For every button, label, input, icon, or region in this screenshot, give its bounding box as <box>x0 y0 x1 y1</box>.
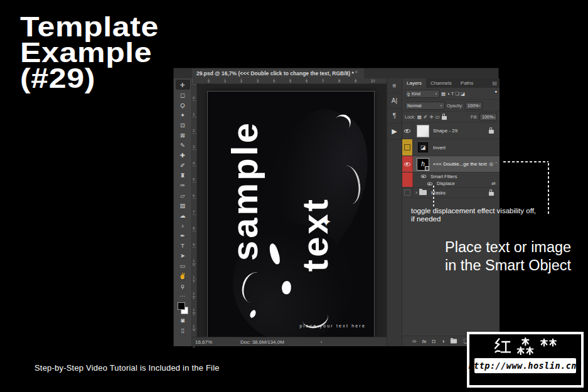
filter-shape-layers-icon[interactable]: ❏ <box>455 91 459 97</box>
foreground-color-swatch[interactable] <box>178 302 185 310</box>
zoom-level-field[interactable]: 16,67% <box>195 339 225 345</box>
properties-panel-icon[interactable]: ≡ <box>387 78 402 93</box>
adjustment-layer-icon[interactable]: ◑ <box>441 338 444 344</box>
add-mask-icon[interactable]: ◘ <box>432 338 436 344</box>
lock-icon <box>489 130 494 134</box>
tab-channels[interactable]: Channels <box>426 78 456 88</box>
collapse-effects-icon[interactable]: ˆ <box>495 161 497 167</box>
toolbar: ✛ ◻ Ϙ ✦ ⊡ ⊠ ✎ ✚ ✐ ♜ ✑ ▱ ▨ ☁ ♁ ✒ T ➤ ▭ ✌ … <box>174 78 192 346</box>
character-panel-icon[interactable]: A| <box>387 93 402 109</box>
more-tools-button[interactable]: ⋯ <box>176 290 190 300</box>
group-name: Masks <box>431 190 489 196</box>
eyedropper-tool[interactable]: ✎ <box>176 140 190 150</box>
move-tool[interactable]: ✛ <box>176 80 190 90</box>
blend-mode-dropdown[interactable]: Normal ∨ <box>405 102 445 110</box>
paragraph-panel-icon[interactable]: ¶ <box>387 109 402 124</box>
hero-title-line1: Template <box>20 14 159 40</box>
lock-paint-icon[interactable]: ✐ <box>424 114 427 120</box>
poster-placeholder-text: place your text here <box>300 324 366 328</box>
screen-mode-button[interactable]: ▯ <box>176 325 190 335</box>
rectangle-tool[interactable]: ▭ <box>176 260 190 270</box>
canvas-viewport[interactable]: sample text ✦ place your text here <box>197 84 387 337</box>
lock-transparency-icon[interactable]: ▦ <box>417 114 422 120</box>
filter-toggle-icon[interactable]: ● <box>494 90 497 93</box>
brand-char-hong <box>493 337 511 355</box>
path-selection-tool[interactable]: ➤ <box>176 250 190 260</box>
visibility-eye-icon[interactable] <box>427 182 433 185</box>
status-expand-arrow-icon[interactable]: › <box>321 339 323 345</box>
rectangular-marquee-tool[interactable]: ◻ <box>176 90 190 100</box>
smart-filter-circle-icon[interactable]: ◎ <box>489 161 493 167</box>
quick-selection-tool[interactable]: ✦ <box>176 110 190 120</box>
filter-type-layers-icon[interactable]: T <box>451 91 454 97</box>
layer-thumbnail[interactable] <box>417 125 429 137</box>
filter-adjustment-layers-icon[interactable]: ◑ <box>447 91 450 97</box>
expand-panels-icon[interactable]: ▶ <box>387 124 402 140</box>
pen-tool[interactable]: ✒ <box>176 230 190 240</box>
callout-dashed-line-horizontal <box>503 161 548 162</box>
collapsed-panels-strip: ≡ A| ¶ ▶ <box>387 78 402 346</box>
quick-mask-button[interactable]: ◙ <box>176 315 190 325</box>
h-ruler-mark: 3 <box>257 79 259 83</box>
visibility-hidden-box[interactable] <box>404 189 410 196</box>
smart-object-thumbnail[interactable]: h <box>417 158 429 171</box>
chevron-down-icon: ∨ <box>435 92 437 95</box>
invert-adjustment-icon[interactable]: ◪ <box>418 142 428 152</box>
filter-smart-objects-icon[interactable]: ◪ <box>461 91 465 97</box>
h-ruler-mark: 8 <box>338 79 340 83</box>
group-collapse-icon[interactable]: › <box>415 189 417 196</box>
new-group-icon[interactable] <box>451 339 457 344</box>
h-ruler-mark: 4 <box>273 79 275 83</box>
brush-tool[interactable]: ✐ <box>176 160 190 170</box>
filter-blending-options-icon[interactable]: ⇌ <box>491 181 496 186</box>
zoom-tool[interactable]: ϙ <box>176 280 190 290</box>
history-brush-tool[interactable]: ✑ <box>176 180 190 190</box>
displace-filter-row[interactable]: Displace ⇌ <box>402 180 500 188</box>
healing-brush-tool[interactable]: ✚ <box>176 150 190 160</box>
smart-filters-label: Smart Filters <box>430 174 500 179</box>
dodge-tool[interactable]: ♁ <box>176 220 190 230</box>
layer-row-shape-29[interactable]: Shape - 29 <box>402 123 500 139</box>
crop-tool[interactable]: ⊡ <box>176 120 190 130</box>
visibility-eye-icon[interactable] <box>404 162 410 166</box>
eraser-tool[interactable]: ▱ <box>176 190 190 200</box>
filter-pixel-layers-icon[interactable]: ▦ <box>441 91 446 97</box>
link-layers-icon[interactable]: ∞ <box>412 338 416 344</box>
chevron-down-icon: ∨ <box>493 115 496 119</box>
frame-tool[interactable]: ⊠ <box>176 130 190 140</box>
type-tool[interactable]: T <box>176 240 190 250</box>
gradient-tool[interactable]: ▨ <box>176 200 190 210</box>
smart-filters-row[interactable]: Smart Filters <box>402 172 500 180</box>
tab-paths[interactable]: Paths <box>456 78 478 88</box>
color-swatches[interactable] <box>177 302 189 314</box>
opacity-field[interactable]: 100% ∨ <box>465 102 483 110</box>
layer-row-masks-group[interactable]: › Masks <box>402 188 500 198</box>
visibility-hidden-box[interactable] <box>404 144 410 151</box>
layer-effects-icon[interactable]: fx <box>422 339 426 344</box>
lock-position-icon[interactable]: ✛ <box>429 114 433 120</box>
smudge-tool[interactable]: ☁ <box>176 210 190 220</box>
lock-artboard-icon[interactable]: ▭ <box>435 114 439 120</box>
hand-tool[interactable]: ✌ <box>176 270 190 280</box>
fill-field[interactable]: 100% ∨ <box>479 113 497 121</box>
layer-row-invert[interactable]: ◪ Invert <box>402 139 500 156</box>
v-ruler-mark: 1 4 <box>193 324 195 332</box>
tab-layers[interactable]: Layers <box>402 78 426 88</box>
visibility-eye-icon[interactable] <box>404 129 410 133</box>
lock-all-icon[interactable] <box>442 116 447 120</box>
clone-stamp-tool[interactable]: ♜ <box>176 170 190 180</box>
v-ruler-mark: 2 <box>193 129 195 132</box>
h-ruler-mark: 7 <box>322 79 324 83</box>
document-size-readout: Doc: 38,6M/134,0M <box>240 339 284 345</box>
panel-menu-icon[interactable]: ▤ <box>492 78 497 88</box>
footer-note: Step-by-Step Video Tutorial is Included … <box>35 363 220 373</box>
poster-artwork[interactable]: sample text ✦ place your text here <box>208 92 374 337</box>
kind-filter-dropdown[interactable]: ϙ Kind ∨ <box>405 90 440 98</box>
visibility-eye-icon[interactable] <box>421 174 427 177</box>
document-tab[interactable]: 29.psd @ 16,7% (<<< Double click to chan… <box>192 68 364 78</box>
close-tab-icon[interactable]: × <box>355 70 358 74</box>
layer-row-smart-object[interactable]: h <<< Double...ge the text ◎ ˆ <box>402 156 500 172</box>
sparkle-icon: ✦ <box>321 215 332 230</box>
v-ruler-mark: 1 2 <box>193 292 195 299</box>
lasso-tool[interactable]: Ϙ <box>176 100 190 110</box>
